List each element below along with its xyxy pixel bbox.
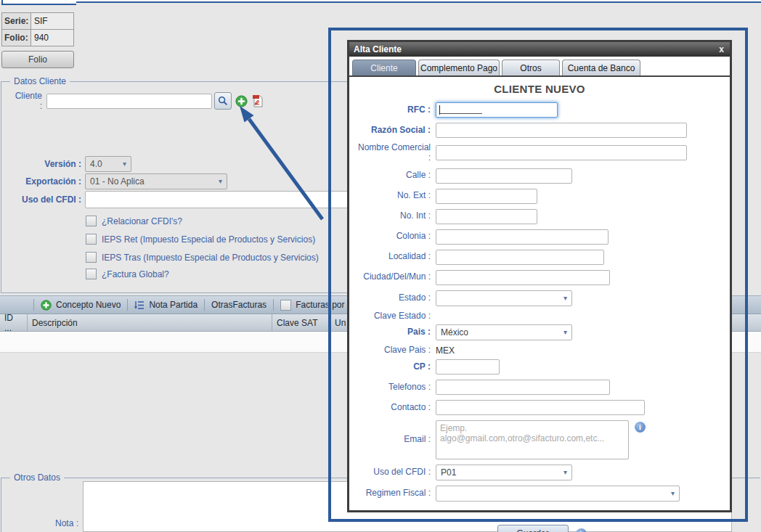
folio-row: Folio: 940 xyxy=(2,30,73,46)
chevron-down-icon: ▾ xyxy=(563,469,567,476)
info-icon[interactable]: i xyxy=(635,422,646,433)
rfc-input-wrap xyxy=(436,102,558,118)
pais-select[interactable]: México ▾ xyxy=(436,324,572,340)
tab-otros[interactable]: Otros xyxy=(502,60,560,75)
clave-pais-label: Clave Pais : xyxy=(354,345,431,356)
datos-cliente-legend: Datos Cliente xyxy=(10,76,70,86)
concepto-nuevo-button[interactable]: Concepto Nuevo xyxy=(41,300,121,311)
regimen-fiscal-label: Regimen Fiscal : xyxy=(354,488,431,499)
regimen-fiscal-select[interactable]: ▾ xyxy=(436,486,680,502)
clave-pais-value: MEX xyxy=(436,345,455,356)
rfc-input[interactable] xyxy=(436,102,558,118)
ieps-ret-label: IEPS Ret (Impuesto Especial de Productos… xyxy=(102,234,315,245)
save-button[interactable]: Guardar xyxy=(497,525,569,532)
folio-label: Folio: xyxy=(2,30,31,46)
no-ext-label: No. Ext : xyxy=(354,191,431,201)
ieps-tras-checkbox[interactable] xyxy=(86,252,97,263)
nombre-comercial-label: Nombre Comercial : xyxy=(354,143,431,163)
colonia-input[interactable] xyxy=(436,229,609,245)
clave-estado-label: Clave Estado : xyxy=(354,311,431,322)
col-header-descripcion[interactable]: Descripción xyxy=(28,314,272,331)
chevron-down-icon: ▾ xyxy=(219,178,222,185)
nota-partida-button[interactable]: Nota Partida xyxy=(134,300,198,310)
cp-input[interactable] xyxy=(436,359,500,375)
uso-cfdi-select[interactable]: P01 ▾ xyxy=(436,465,572,480)
calle-label: Calle : xyxy=(354,171,431,181)
uso-cfdi-label: Uso del CFDI : xyxy=(354,467,431,478)
modal-titlebar[interactable]: Alta Cliente x xyxy=(349,42,730,57)
contacto-label: Contacto : xyxy=(354,403,431,413)
exportacion-select[interactable]: 01 - No Aplica ▾ xyxy=(85,173,227,189)
tab-complemento-pago[interactable]: Complemento Pago xyxy=(418,60,500,75)
calle-input[interactable] xyxy=(436,168,572,184)
version-select[interactable]: 4.0 ▾ xyxy=(85,156,131,172)
info-icon[interactable]: i xyxy=(576,528,587,532)
ieps-tras-label: IEPS Tras (Impuesto Especial de Producto… xyxy=(102,253,319,263)
tab-cuenta-de-banco[interactable]: Cuenta de Banco xyxy=(562,60,640,75)
facturas-por-checkbox[interactable] xyxy=(280,300,291,311)
serie-folio-table: Serie: SIF Folio: 940 xyxy=(1,12,74,46)
ciudad-del-mun-input[interactable] xyxy=(436,270,610,285)
col-header-id[interactable]: ID ... xyxy=(0,314,28,331)
rfc-label: RFC : xyxy=(354,105,431,115)
uso-cfdi-value: P01 xyxy=(441,467,456,478)
estado-select[interactable]: ▾ xyxy=(436,290,572,306)
top-panel-border xyxy=(1,1,761,3)
contacto-input[interactable] xyxy=(436,400,645,415)
exportacion-label: Exportación : xyxy=(1,176,81,187)
email-textarea[interactable] xyxy=(436,420,629,459)
serie-row: Serie: SIF xyxy=(2,13,73,30)
ieps-ret-checkbox[interactable] xyxy=(86,234,97,245)
relacionar-cfdi-label: ¿Relacionar CFDI's? xyxy=(102,216,182,226)
cp-label: CP : xyxy=(354,362,431,372)
pdf-icon xyxy=(252,94,264,108)
otras-facturas-button[interactable]: OtrasFacturas xyxy=(211,300,266,310)
list-icon xyxy=(134,300,145,310)
no-int-label: No. Int : xyxy=(354,211,431,221)
no-int-input[interactable] xyxy=(436,209,537,224)
cliente-input[interactable] xyxy=(46,94,212,109)
folio-button[interactable]: Folio xyxy=(1,51,74,68)
search-icon xyxy=(218,96,228,106)
app-canvas: Serie: SIF Folio: 940 Folio Datos Client… xyxy=(0,0,761,532)
tab-cliente[interactable]: Cliente xyxy=(352,60,416,75)
serie-value: SIF xyxy=(31,13,73,29)
uso-cfdi-bg-label: Uso del CFDI : xyxy=(1,195,81,205)
ciudad-del-mun-label: Ciudad/Del/Mun : xyxy=(354,272,431,282)
toolbar-separator xyxy=(33,299,34,311)
chevron-down-icon: ▾ xyxy=(563,329,567,336)
toolbar-separator xyxy=(204,299,205,311)
version-label: Versión : xyxy=(1,159,81,169)
alta-cliente-modal: Alta Cliente x Cliente Complemento Pago … xyxy=(347,40,732,512)
factura-global-label: ¿Factura Global? xyxy=(102,269,169,279)
concepto-nuevo-label: Concepto Nuevo xyxy=(56,300,121,310)
toolbar-separator xyxy=(127,299,128,311)
rfc-input-mask xyxy=(440,113,482,114)
pais-value: México xyxy=(441,327,468,337)
localidad-label: Localidad : xyxy=(354,252,431,262)
serie-label: Serie: xyxy=(2,13,31,29)
telefonos-label: Telefonos : xyxy=(354,382,431,393)
save-row: Guardar i xyxy=(354,525,730,532)
factura-global-checkbox[interactable] xyxy=(86,269,97,279)
chevron-down-icon: ▾ xyxy=(671,490,675,497)
col-header-clave-sat[interactable]: Clave SAT xyxy=(272,314,330,331)
search-button[interactable] xyxy=(214,92,232,110)
otras-facturas-label: OtrasFacturas xyxy=(211,300,266,310)
localidad-input[interactable] xyxy=(436,250,604,265)
close-icon[interactable]: x xyxy=(717,44,725,54)
pais-label: Pais : xyxy=(354,327,431,337)
facturas-por-label: Facturas por R xyxy=(296,300,353,310)
nota-label: Nota : xyxy=(29,518,78,528)
razon-social-input[interactable] xyxy=(436,123,687,138)
telefonos-input[interactable] xyxy=(436,380,610,395)
facturas-por-toggle[interactable]: Facturas por R xyxy=(280,300,353,311)
add-cliente-button[interactable] xyxy=(235,95,248,107)
colonia-label: Colonia : xyxy=(354,232,431,242)
nombre-comercial-input[interactable] xyxy=(436,145,687,160)
plus-icon xyxy=(235,95,248,107)
pdf-button[interactable] xyxy=(252,94,264,108)
relacionar-cfdi-checkbox[interactable] xyxy=(86,216,97,226)
toolbar-separator xyxy=(273,299,274,311)
no-ext-input[interactable] xyxy=(436,189,537,204)
